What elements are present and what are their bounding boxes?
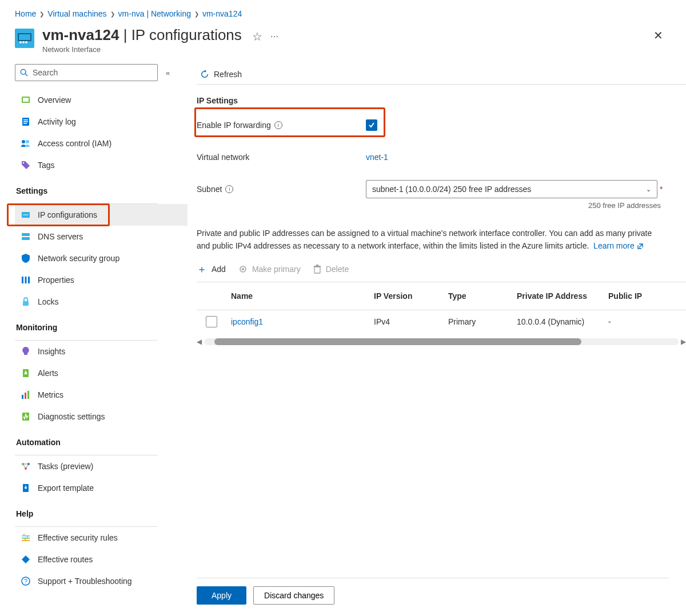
delete-button[interactable]: Delete bbox=[313, 265, 349, 274]
svg-point-41 bbox=[242, 268, 244, 270]
svg-rect-29 bbox=[27, 391, 29, 399]
link-vnet[interactable]: vnet-1 bbox=[366, 153, 388, 162]
svg-rect-8 bbox=[23, 98, 29, 102]
ipconfig-link[interactable]: ipconfig1 bbox=[231, 317, 263, 326]
crumb-networking[interactable]: vm-nva | Networking bbox=[118, 9, 191, 18]
crumb-vms[interactable]: Virtual machines bbox=[47, 9, 106, 18]
nav-locks[interactable]: Locks bbox=[15, 291, 188, 313]
trash-icon bbox=[313, 265, 321, 274]
subnet-hint: 250 free IP addresses bbox=[197, 201, 661, 210]
apply-button[interactable]: Apply bbox=[197, 586, 246, 605]
col-type[interactable]: Type bbox=[448, 282, 517, 310]
svg-rect-44 bbox=[316, 265, 318, 266]
col-ipver[interactable]: IP Version bbox=[374, 282, 448, 310]
breadcrumb: Home❯ Virtual machines❯ vm-nva | Network… bbox=[15, 6, 686, 26]
svg-line-6 bbox=[25, 74, 27, 76]
select-subnet[interactable]: subnet-1 (10.0.0.0/24) 250 free IP addre… bbox=[366, 180, 657, 198]
svg-rect-37 bbox=[22, 540, 30, 541]
group-settings: Settings bbox=[15, 176, 188, 200]
label-vnet: Virtual network bbox=[197, 153, 249, 162]
nav-export[interactable]: Export template bbox=[15, 477, 188, 499]
svg-rect-35 bbox=[22, 535, 30, 537]
group-help: Help bbox=[15, 499, 188, 523]
svg-rect-43 bbox=[314, 266, 321, 267]
section-ip-settings: IP Settings bbox=[197, 96, 686, 105]
highlight-ipfwd bbox=[194, 107, 385, 137]
main-panel: Refresh IP Settings Enable IP forwarding… bbox=[188, 64, 686, 613]
svg-rect-24 bbox=[28, 277, 30, 283]
nav-iam[interactable]: Access control (IAM) bbox=[15, 133, 188, 154]
nic-icon bbox=[15, 29, 34, 48]
table-row[interactable]: ipconfig1 IPv4 Primary 10.0.0.4 (Dynamic… bbox=[197, 310, 686, 334]
discard-button[interactable]: Discard changes bbox=[253, 586, 334, 605]
nav-support[interactable]: ?Support + Troubleshooting bbox=[15, 570, 188, 592]
svg-point-5 bbox=[21, 69, 26, 74]
make-primary-button[interactable]: Make primary bbox=[238, 265, 301, 274]
svg-rect-21 bbox=[22, 237, 30, 240]
nav-insights[interactable]: Insights bbox=[15, 341, 188, 362]
nav-diag[interactable]: Diagnostic settings bbox=[15, 406, 188, 427]
external-link-icon bbox=[637, 243, 644, 250]
svg-point-14 bbox=[26, 140, 29, 143]
highlight-ip-config bbox=[7, 203, 110, 226]
ip-config-table: Name IP Version Type Private IP Address … bbox=[197, 282, 686, 333]
nav-nsg[interactable]: Network security group bbox=[15, 247, 188, 269]
collapse-icon[interactable]: « bbox=[166, 69, 170, 77]
required-indicator: * bbox=[660, 185, 663, 194]
nav-alerts[interactable]: Alerts bbox=[15, 362, 188, 384]
horizontal-scrollbar[interactable]: ◀▶ bbox=[197, 338, 686, 346]
svg-rect-20 bbox=[22, 233, 30, 236]
svg-rect-42 bbox=[314, 267, 320, 273]
search-input[interactable]: Search bbox=[15, 64, 158, 81]
more-icon[interactable]: ⋯ bbox=[270, 32, 279, 41]
add-button[interactable]: ＋Add bbox=[197, 262, 226, 276]
svg-point-13 bbox=[22, 140, 25, 143]
svg-point-15 bbox=[23, 162, 25, 164]
svg-point-2 bbox=[19, 41, 22, 43]
ip-description: Private and public IP addresses can be a… bbox=[197, 227, 654, 252]
crumb-home[interactable]: Home bbox=[15, 9, 36, 18]
svg-rect-28 bbox=[25, 393, 26, 399]
label-subnet: Subnet bbox=[197, 185, 222, 194]
nav-tasks[interactable]: Tasks (preview) bbox=[15, 455, 188, 477]
gear-icon bbox=[238, 265, 248, 274]
group-monitoring: Monitoring bbox=[15, 313, 188, 337]
search-icon bbox=[20, 69, 28, 77]
svg-rect-1 bbox=[19, 34, 30, 40]
info-icon[interactable]: i bbox=[225, 185, 233, 193]
close-button[interactable]: ✕ bbox=[653, 29, 663, 42]
sidebar: Search « Overview Activity log Access co… bbox=[15, 64, 188, 613]
svg-text:?: ? bbox=[24, 578, 27, 585]
nav-dns-servers[interactable]: DNS servers bbox=[15, 226, 188, 247]
refresh-button[interactable]: Refresh bbox=[197, 67, 245, 81]
favorite-icon[interactable]: ☆ bbox=[252, 30, 262, 43]
page-title: vm-nva124 | IP configurations bbox=[42, 26, 242, 44]
refresh-icon bbox=[200, 70, 209, 79]
svg-rect-25 bbox=[23, 301, 29, 306]
svg-point-3 bbox=[22, 41, 25, 43]
nav-properties[interactable]: Properties bbox=[15, 269, 188, 291]
nav-eff-sec[interactable]: Effective security rules bbox=[15, 527, 188, 549]
nav-activity-log[interactable]: Activity log bbox=[15, 111, 188, 133]
svg-rect-11 bbox=[23, 121, 28, 122]
svg-rect-27 bbox=[22, 395, 23, 399]
svg-rect-12 bbox=[23, 123, 27, 124]
col-name[interactable]: Name bbox=[231, 282, 374, 310]
learn-more-link[interactable]: Learn more bbox=[593, 241, 643, 250]
svg-rect-22 bbox=[22, 277, 23, 283]
nav-overview[interactable]: Overview bbox=[15, 89, 188, 111]
row-checkbox[interactable] bbox=[206, 316, 217, 327]
nav-eff-routes[interactable]: Effective routes bbox=[15, 549, 188, 570]
page-subtitle: Network Interface bbox=[42, 45, 242, 54]
chevron-down-icon: ⌄ bbox=[646, 186, 651, 193]
col-pub[interactable]: Public IP bbox=[608, 282, 686, 310]
nav-metrics[interactable]: Metrics bbox=[15, 384, 188, 406]
svg-rect-10 bbox=[23, 119, 28, 121]
svg-point-4 bbox=[25, 41, 27, 43]
svg-rect-36 bbox=[22, 538, 30, 539]
svg-rect-23 bbox=[25, 277, 27, 283]
col-priv[interactable]: Private IP Address bbox=[517, 282, 608, 310]
nav-tags[interactable]: Tags bbox=[15, 154, 188, 176]
crumb-current[interactable]: vm-nva124 bbox=[202, 9, 242, 18]
group-automation: Automation bbox=[15, 427, 188, 451]
